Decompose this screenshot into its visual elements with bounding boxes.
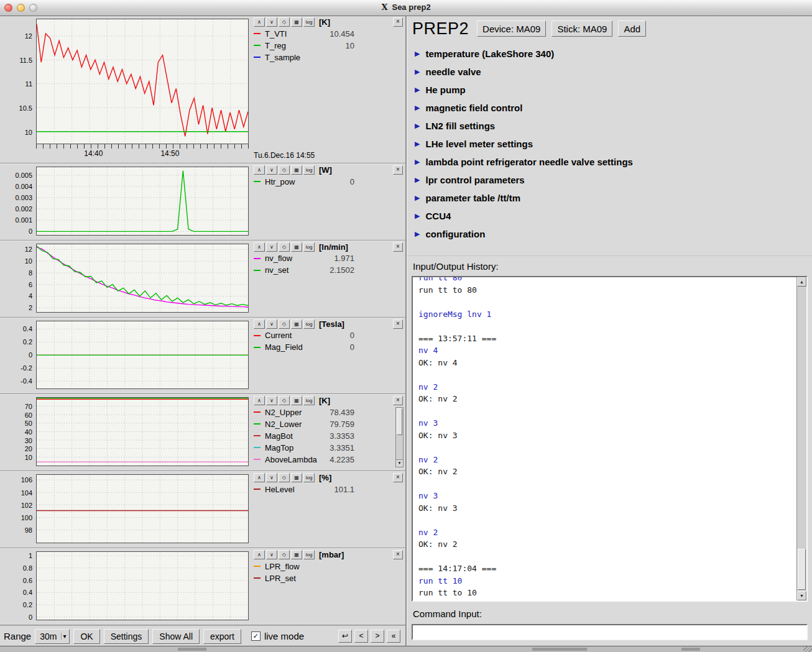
log-scale-button[interactable]: log — [303, 473, 315, 482]
grid-button[interactable]: ▦ — [291, 319, 302, 329]
legend-scroll-down-button[interactable]: ▾ — [396, 459, 403, 467]
tree-item-lhe-level-meter-settings[interactable]: ▶LHe level meter settings — [415, 139, 812, 149]
scale-down-button[interactable]: ∨ — [266, 242, 277, 252]
scale-down-button[interactable]: ∨ — [266, 165, 277, 175]
console-output-line: OK: nv 3 — [418, 502, 790, 515]
tree-item-lambda-point-refrigerator-needle[interactable]: ▶lambda point refrigerator needle valve … — [415, 157, 812, 167]
scale-down-button[interactable]: ∨ — [266, 473, 277, 482]
close-chart-button[interactable]: × — [393, 396, 403, 405]
log-scale-button[interactable]: log — [303, 165, 315, 175]
y-axis: 1211.51110.510 — [0, 16, 36, 163]
grid-button[interactable]: ▦ — [291, 396, 302, 405]
tree-item-parameter-table-tt-tm[interactable]: ▶parameter table /tt/tm — [415, 193, 812, 203]
series-value: 3.3353 — [322, 431, 354, 441]
autoscale-button[interactable]: ◇ — [279, 165, 290, 175]
legend-series-t-sample: T_sample — [254, 52, 403, 62]
console-scrollbar[interactable]: ▲ ▼ — [796, 277, 806, 600]
close-chart-button[interactable]: × — [393, 319, 403, 329]
legend-scrollbar-thumb[interactable] — [397, 408, 402, 435]
log-scale-button[interactable]: log — [303, 242, 315, 252]
stick-button[interactable]: Stick: MA09 — [551, 21, 612, 37]
close-chart-button[interactable]: × — [393, 17, 403, 27]
console-output-line: run tt to 80 — [418, 284, 790, 296]
zoom-out-button[interactable]: ↩ — [338, 630, 352, 643]
scale-down-button[interactable]: ∨ — [266, 17, 277, 27]
grid-button[interactable]: ▦ — [291, 17, 302, 27]
history-console[interactable]: run tt 80run tt to 80 ignoreMsg lnv 1 ==… — [412, 276, 808, 602]
show-all-button[interactable]: Show All — [152, 629, 200, 644]
legend-scrollbar[interactable]: ▾ — [395, 407, 404, 467]
tree-item-ccu4[interactable]: ▶CCU4 — [415, 211, 812, 221]
autoscale-button[interactable]: ◇ — [279, 550, 290, 559]
settings-button[interactable]: Settings — [104, 629, 149, 644]
jump-start-button[interactable]: « — [387, 630, 400, 643]
command-input[interactable] — [412, 624, 808, 640]
grid-button[interactable]: ▦ — [291, 242, 302, 252]
autoscale-button[interactable]: ◇ — [279, 17, 290, 27]
scrollbar-thumb[interactable] — [798, 549, 806, 590]
scale-up-button[interactable]: ∧ — [254, 473, 265, 482]
close-chart-button[interactable]: × — [393, 550, 403, 559]
plot-area[interactable] — [36, 321, 249, 390]
live-mode-checkbox[interactable]: ✓ — [251, 631, 261, 641]
log-scale-button[interactable]: log — [303, 319, 315, 329]
scale-up-button[interactable]: ∧ — [254, 242, 265, 252]
tree-item-configuration[interactable]: ▶configuration — [415, 229, 812, 239]
add-button[interactable]: Add — [618, 21, 646, 37]
series-color-swatch — [254, 489, 261, 490]
log-scale-button[interactable]: log — [303, 17, 315, 27]
grid-button[interactable]: ▦ — [291, 165, 302, 175]
tree-item-ln2-fill-settings[interactable]: ▶LN2 fill settings — [415, 121, 812, 131]
plot-area[interactable] — [36, 474, 249, 543]
scroll-up-button[interactable]: ▲ — [797, 277, 806, 287]
tree-item-he-pump[interactable]: ▶He pump — [415, 85, 812, 94]
chart-panel-5: 10610410210098∧∨◇▦log[%]×HeLevel101.1 — [0, 471, 405, 548]
scale-up-button[interactable]: ∧ — [254, 550, 265, 559]
log-scale-button[interactable]: log — [303, 550, 315, 559]
device-button[interactable]: Device: MA09 — [477, 21, 546, 37]
plot-area[interactable] — [36, 167, 249, 236]
log-scale-button[interactable]: log — [303, 396, 315, 405]
series-value: 0 — [322, 177, 354, 186]
plot-area[interactable] — [36, 244, 249, 313]
title-bar[interactable]: XSea prep2 — [0, 0, 812, 16]
console-output-line: OK: nv 2 — [418, 466, 790, 478]
page-left-button[interactable]: < — [354, 630, 368, 643]
scale-up-button[interactable]: ∧ — [254, 17, 265, 27]
grid-button[interactable]: ▦ — [291, 473, 302, 482]
close-chart-button[interactable]: × — [393, 165, 403, 175]
scale-down-button[interactable]: ∨ — [266, 550, 277, 559]
autoscale-button[interactable]: ◇ — [279, 242, 290, 252]
tree-item-lpr-control-parameters[interactable]: ▶lpr control parameters — [415, 175, 812, 185]
export-button[interactable]: export — [203, 629, 241, 644]
autoscale-button[interactable]: ◇ — [279, 396, 290, 405]
scale-up-button[interactable]: ∧ — [254, 319, 265, 329]
legend-series-magtop: MagTop3.3351 — [254, 443, 403, 452]
scale-down-button[interactable]: ∨ — [266, 396, 277, 405]
scale-up-button[interactable]: ∧ — [254, 165, 265, 175]
y-tick-label: 11.5 — [19, 57, 32, 64]
series-name: LPR_flow — [265, 562, 322, 571]
tree-item-needle-valve[interactable]: ▶needle valve — [415, 67, 812, 76]
autoscale-button[interactable]: ◇ — [279, 319, 290, 329]
scroll-down-button[interactable]: ▼ — [797, 591, 806, 600]
close-chart-button[interactable]: × — [393, 242, 403, 252]
plot-area[interactable] — [36, 397, 249, 466]
x11-icon: X — [381, 2, 387, 12]
grid-button[interactable]: ▦ — [291, 550, 302, 559]
tree-item-magnetic-field-control[interactable]: ▶magnetic field control — [415, 103, 812, 112]
ok-button[interactable]: OK — [73, 629, 99, 644]
close-chart-button[interactable]: × — [393, 473, 403, 482]
plot-area[interactable] — [36, 19, 249, 144]
plot-area[interactable] — [36, 551, 249, 620]
range-select[interactable]: 30m ▾ — [35, 629, 70, 644]
autoscale-button[interactable]: ◇ — [279, 473, 290, 482]
scale-down-button[interactable]: ∨ — [266, 319, 277, 329]
page-right-button[interactable]: > — [371, 630, 384, 643]
y-tick-label: 4 — [29, 292, 32, 300]
scale-up-button[interactable]: ∧ — [254, 396, 265, 405]
tree-item-temperature-lakeshore-340[interactable]: ▶temperature (LakeShore 340) — [415, 48, 812, 58]
plot-column — [36, 548, 249, 625]
x-axis: 14:4014:50 — [36, 144, 249, 158]
console-command-line: run tt 10 — [418, 575, 790, 587]
